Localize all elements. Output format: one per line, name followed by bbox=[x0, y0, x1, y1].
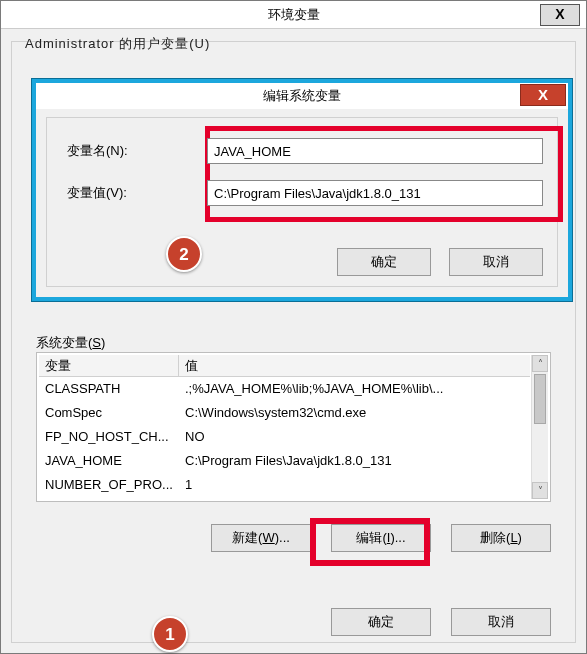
env-vars-titlebar: 环境变量 X bbox=[1, 1, 586, 29]
system-vars-label-text: 系统变量( bbox=[36, 335, 92, 350]
var-value-input[interactable] bbox=[207, 180, 543, 206]
var-value-label: 变量值(V): bbox=[67, 184, 207, 202]
scroll-up-button[interactable]: ˄ bbox=[532, 355, 548, 372]
main-buttons: 确定 取消 bbox=[331, 608, 551, 636]
user-vars-label: Administrator 的用户变量(U) bbox=[25, 35, 210, 53]
edit-dialog-body: 变量名(N): 变量值(V): 确定 取消 bbox=[46, 117, 558, 287]
annotation-badge-1: 1 bbox=[152, 616, 188, 652]
edit-dialog-titlebar: 编辑系统变量 X bbox=[36, 83, 568, 109]
main-ok-button[interactable]: 确定 bbox=[331, 608, 431, 636]
edit-button-prefix: 编辑( bbox=[356, 530, 386, 545]
edit-dialog-close-button[interactable]: X bbox=[520, 84, 566, 106]
new-button-suffix: )... bbox=[275, 530, 290, 545]
table-row[interactable]: FP_NO_HOST_CH...NO bbox=[39, 425, 530, 449]
system-vars-list[interactable]: 变量 值 CLASSPATH.;%JAVA_HOME%\lib;%JAVA_HO… bbox=[36, 352, 551, 502]
system-vars-label: 系统变量(S) bbox=[36, 334, 105, 352]
annotation-badge-2: 2 bbox=[166, 236, 202, 272]
var-name-label: 变量名(N): bbox=[67, 142, 207, 160]
cell-name: JAVA_HOME bbox=[39, 449, 179, 473]
env-vars-close-button[interactable]: X bbox=[540, 4, 580, 26]
var-name-row: 变量名(N): bbox=[67, 138, 543, 164]
cell-value: .;%JAVA_HOME%\lib;%JAVA_HOME%\lib\... bbox=[179, 377, 530, 401]
edit-button-suffix: )... bbox=[390, 530, 405, 545]
edit-dialog-buttons: 确定 取消 bbox=[337, 248, 543, 276]
delete-button[interactable]: 删除(L) bbox=[451, 524, 551, 552]
cell-value: C:\Windows\system32\cmd.exe bbox=[179, 401, 530, 425]
edit-system-var-dialog: 编辑系统变量 X 变量名(N): 变量值(V): 确定 取消 bbox=[32, 79, 572, 301]
new-button[interactable]: 新建(W)... bbox=[211, 524, 311, 552]
scrollbar[interactable]: ˄ ˅ bbox=[531, 355, 548, 499]
table-row[interactable]: NUMBER_OF_PRO...1 bbox=[39, 473, 530, 497]
table-body: CLASSPATH.;%JAVA_HOME%\lib;%JAVA_HOME%\l… bbox=[39, 377, 530, 497]
new-button-key: W bbox=[262, 530, 274, 545]
env-vars-title: 环境变量 bbox=[268, 6, 320, 24]
edit-dialog-title: 编辑系统变量 bbox=[263, 87, 341, 105]
table-row[interactable]: CLASSPATH.;%JAVA_HOME%\lib;%JAVA_HOME%\l… bbox=[39, 377, 530, 401]
cell-value: 1 bbox=[179, 473, 530, 497]
header-variable[interactable]: 变量 bbox=[39, 355, 179, 376]
main-cancel-button[interactable]: 取消 bbox=[451, 608, 551, 636]
cell-value: C:\Program Files\Java\jdk1.8.0_131 bbox=[179, 449, 530, 473]
edit-ok-button[interactable]: 确定 bbox=[337, 248, 431, 276]
new-button-prefix: 新建( bbox=[232, 530, 262, 545]
cell-name: FP_NO_HOST_CH... bbox=[39, 425, 179, 449]
scroll-down-button[interactable]: ˅ bbox=[532, 482, 548, 499]
table-row[interactable]: ComSpecC:\Windows\system32\cmd.exe bbox=[39, 401, 530, 425]
cell-name: NUMBER_OF_PRO... bbox=[39, 473, 179, 497]
system-vars-label-end: ) bbox=[101, 335, 105, 350]
cell-value: NO bbox=[179, 425, 530, 449]
header-value[interactable]: 值 bbox=[179, 355, 530, 376]
scroll-thumb[interactable] bbox=[534, 374, 546, 424]
edit-cancel-button[interactable]: 取消 bbox=[449, 248, 543, 276]
delete-button-prefix: 删除( bbox=[480, 530, 510, 545]
var-name-input[interactable] bbox=[207, 138, 543, 164]
var-value-row: 变量值(V): bbox=[67, 180, 543, 206]
system-vars-label-key: S bbox=[92, 335, 101, 350]
table-row[interactable]: JAVA_HOMEC:\Program Files\Java\jdk1.8.0_… bbox=[39, 449, 530, 473]
system-vars-buttons: 新建(W)... 编辑(I)... 删除(L) bbox=[211, 524, 551, 552]
delete-button-key: L bbox=[510, 530, 517, 545]
system-vars-header: 变量 值 bbox=[39, 355, 530, 377]
system-vars-table: 变量 值 CLASSPATH.;%JAVA_HOME%\lib;%JAVA_HO… bbox=[39, 355, 530, 499]
cell-name: ComSpec bbox=[39, 401, 179, 425]
delete-button-suffix: ) bbox=[518, 530, 522, 545]
cell-name: CLASSPATH bbox=[39, 377, 179, 401]
edit-button[interactable]: 编辑(I)... bbox=[331, 524, 431, 552]
